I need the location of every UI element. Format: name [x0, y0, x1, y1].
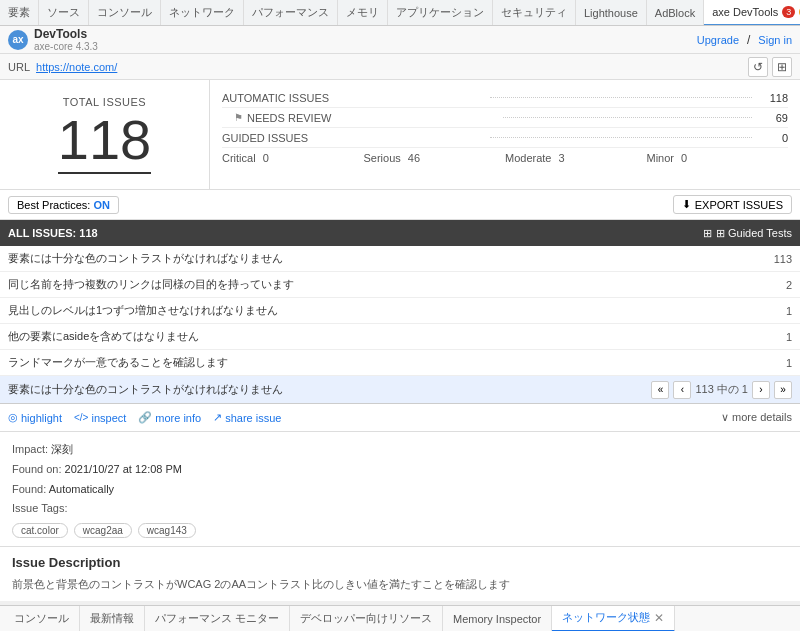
- tab-source[interactable]: ソース: [39, 0, 89, 26]
- devtools-subtitle: axe-core 4.3.3: [34, 41, 98, 52]
- automatic-issues-value: 118: [758, 92, 788, 104]
- highlight-link[interactable]: ◎ highlight: [8, 411, 62, 424]
- grid-icon: ⊞: [703, 227, 712, 240]
- bottom-tab-developer-resources[interactable]: デベロッパー向けリソース: [290, 606, 443, 632]
- tab-console[interactable]: コンソール: [89, 0, 161, 26]
- issues-header: ALL ISSUES: 118 ⊞ ⊞ Guided Tests: [0, 220, 800, 246]
- close-tab-icon[interactable]: ✕: [654, 611, 664, 625]
- guided-tests-button[interactable]: ⊞ ⊞ Guided Tests: [703, 227, 792, 240]
- devtools-tabs: 要素 ソース コンソール ネットワーク パフォーマンス メモリ アプリケーション…: [0, 0, 800, 26]
- impact-value: 深刻: [51, 443, 73, 455]
- new-tab-button[interactable]: ⊞: [772, 57, 792, 77]
- list-item[interactable]: 同じ名前を持つ複数のリンクは同様の目的を持っています 2: [0, 272, 800, 298]
- list-item[interactable]: 他の要素にasideを含めてはなりません 1: [0, 324, 800, 350]
- tab-application[interactable]: アプリケーション: [388, 0, 493, 26]
- tag-cat-color: cat.color: [12, 523, 68, 538]
- highlight-icon: ◎: [8, 411, 18, 424]
- tab-memory[interactable]: メモリ: [338, 0, 388, 26]
- stats-area: TOTAL ISSUES 118 AUTOMATIC ISSUES 118 ⚑ …: [0, 80, 800, 190]
- inspect-link[interactable]: </> inspect: [74, 412, 126, 424]
- issue-details: Impact: 深刻 Found on: 2021/10/27 at 12:08…: [0, 432, 800, 547]
- bottom-tab-memory-inspector[interactable]: Memory Inspector: [443, 606, 552, 632]
- export-icon: ⬇: [682, 198, 691, 211]
- url-label: URL: [8, 61, 30, 73]
- flag-icon: ⚑: [234, 112, 243, 123]
- tab-network[interactable]: ネットワーク: [161, 0, 244, 26]
- guided-issues-value: 0: [758, 132, 788, 144]
- best-practices-toggle[interactable]: Best Practices: ON: [8, 196, 119, 214]
- description-text: 前景色と背景色のコントラストがWCAG 2のAAコントラスト比のしきい値を満たす…: [12, 576, 788, 594]
- list-item[interactable]: 見出しのレベルは1つずつ増加させなければなりません 1: [0, 298, 800, 324]
- critical-value: 0: [263, 152, 269, 164]
- tags-row: Issue Tags:: [12, 499, 788, 519]
- tab-adblock[interactable]: AdBlock: [647, 0, 704, 26]
- url-bar: URL https://note.com/ ↺ ⊞: [0, 54, 800, 80]
- devtools-header: ax DevTools axe-core 4.3.3 Upgrade / Sig…: [0, 26, 800, 54]
- upgrade-link[interactable]: Upgrade: [697, 34, 739, 46]
- description-title: Issue Description: [12, 555, 788, 570]
- bottom-tab-performance-monitor[interactable]: パフォーマンス モニター: [145, 606, 290, 632]
- total-issues-label: TOTAL ISSUES: [63, 96, 146, 108]
- bottom-tab-console[interactable]: コンソール: [4, 606, 80, 632]
- share-icon: ↗: [213, 411, 222, 424]
- tab-lighthouse[interactable]: Lighthouse: [576, 0, 647, 26]
- guided-issues-row: GUIDED ISSUES 0: [222, 128, 788, 148]
- url-value[interactable]: https://note.com/: [36, 61, 742, 73]
- content-area: TOTAL ISSUES 118 AUTOMATIC ISSUES 118 ⚑ …: [0, 80, 800, 601]
- needs-review-value: 69: [758, 112, 788, 124]
- found-row: Found: Automatically: [12, 480, 788, 500]
- prev-page-button[interactable]: ‹: [673, 381, 691, 399]
- more-info-icon: 🔗: [138, 411, 152, 424]
- issues-right: AUTOMATIC ISSUES 118 ⚑ NEEDS REVIEW 69 G…: [210, 80, 800, 189]
- list-item[interactable]: 要素には十分な色のコントラストがなければなりません 113: [0, 246, 800, 272]
- best-practices-bar: Best Practices: ON ⬇ EXPORT ISSUES: [0, 190, 800, 220]
- tab-axe-devtools[interactable]: axe DevTools 3 1: [704, 0, 800, 26]
- guided-issues-label: GUIDED ISSUES: [222, 132, 484, 144]
- total-issues-number: 118: [58, 112, 151, 174]
- next-page-button[interactable]: ›: [752, 381, 770, 399]
- serious-value: 46: [408, 152, 420, 164]
- automatic-issues-label: AUTOMATIC ISSUES: [222, 92, 484, 104]
- issue-description: Issue Description 前景色と背景色のコントラストがWCAG 2の…: [0, 547, 800, 601]
- bottom-tab-network-conditions[interactable]: ネットワーク状態 ✕: [552, 606, 675, 632]
- refresh-button[interactable]: ↺: [748, 57, 768, 77]
- impact-row: Impact: 深刻: [12, 440, 788, 460]
- issues-list: 要素には十分な色のコントラストがなければなりません 113 同じ名前を持つ複数の…: [0, 246, 800, 376]
- list-item[interactable]: ランドマークが一意であることを確認します 1: [0, 350, 800, 376]
- bottom-tabs: コンソール 最新情報 パフォーマンス モニター デベロッパー向けリソース Mem…: [0, 605, 800, 631]
- minor-value: 0: [681, 152, 687, 164]
- pagination-text: 113 中の 1: [695, 382, 748, 397]
- tab-elements[interactable]: 要素: [0, 0, 39, 26]
- needs-review-row: ⚑ NEEDS REVIEW 69: [222, 108, 788, 128]
- pagination: « ‹ 113 中の 1 › »: [651, 381, 792, 399]
- share-link[interactable]: ↗ share issue: [213, 411, 281, 424]
- more-details-link[interactable]: ∨ more details: [721, 411, 792, 424]
- all-issues-title: ALL ISSUES: 118: [8, 227, 98, 239]
- moderate-value: 3: [559, 152, 565, 164]
- automatic-issues-row: AUTOMATIC ISSUES 118: [222, 88, 788, 108]
- signin-link[interactable]: Sign in: [758, 34, 792, 46]
- devtools-title: DevTools: [34, 27, 98, 41]
- devtools-nav: Upgrade / Sign in: [697, 33, 792, 47]
- needs-review-label: NEEDS REVIEW: [247, 112, 497, 124]
- first-page-button[interactable]: «: [651, 381, 669, 399]
- tag-wcag143: wcag143: [138, 523, 196, 538]
- found-on-row: Found on: 2021/10/27 at 12:08 PM: [12, 460, 788, 480]
- devtools-logo: ax DevTools axe-core 4.3.3: [8, 27, 98, 52]
- found-value: Automatically: [49, 483, 114, 495]
- serious-stat: Serious 46: [364, 152, 506, 164]
- tab-security[interactable]: セキュリティ: [493, 0, 576, 26]
- total-issues-box: TOTAL ISSUES 118: [0, 80, 210, 189]
- tag-container: cat.color wcag2aa wcag143: [12, 523, 788, 538]
- last-page-button[interactable]: »: [774, 381, 792, 399]
- issue-actions: ◎ highlight </> inspect 🔗 more info ↗ sh…: [0, 404, 800, 432]
- axe-logo-icon: ax: [8, 30, 28, 50]
- moderate-stat: Moderate 3: [505, 152, 647, 164]
- found-on-value: 2021/10/27 at 12:08 PM: [65, 463, 182, 475]
- more-info-link[interactable]: 🔗 more info: [138, 411, 201, 424]
- export-button[interactable]: ⬇ EXPORT ISSUES: [673, 195, 792, 214]
- critical-stat: Critical 0: [222, 152, 364, 164]
- bottom-tab-latest[interactable]: 最新情報: [80, 606, 145, 632]
- badge-red: 3: [782, 6, 795, 18]
- tab-performance[interactable]: パフォーマンス: [244, 0, 338, 26]
